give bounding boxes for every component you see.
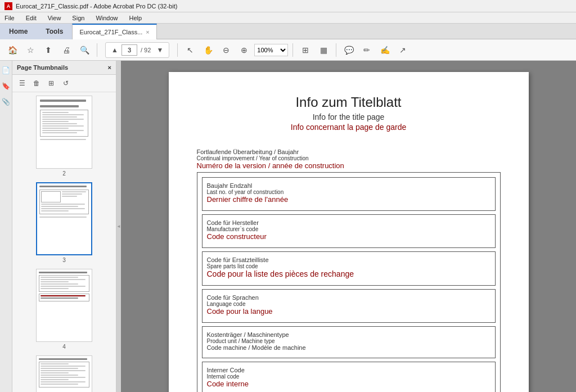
menu-sign[interactable]: Sign xyxy=(70,13,87,22)
section-de-text: Kostenträger / Maschinentype xyxy=(207,331,490,338)
hand-tool-btn[interactable]: ✋ xyxy=(200,42,216,58)
window-title: Eurocat_271F_Classic.pdf - Adobe Acrobat… xyxy=(16,3,177,10)
toolbar-bookmark-btn[interactable]: ☆ xyxy=(22,42,38,58)
menu-edit[interactable]: Edit xyxy=(24,13,39,22)
pdf-section-3: Code für Hersteller Manufacturer`s code … xyxy=(202,214,496,248)
pdf-section-5: Code für Sprachen Language code Code pou… xyxy=(202,289,496,323)
prev-page-btn[interactable]: ▲ xyxy=(109,44,120,56)
section-en-text: Spare parts list code xyxy=(207,263,490,269)
sidebar-title: Page Thumbnails xyxy=(17,64,68,71)
sidebar-close-btn[interactable]: × xyxy=(108,64,111,71)
thumbnail-item[interactable]: 3 xyxy=(15,182,114,263)
pdf-section-4: Code für Ersatzteilliste Spare parts lis… xyxy=(202,251,496,286)
menu-file[interactable]: File xyxy=(2,13,17,22)
toolbar-search-btn[interactable]: 🔍 xyxy=(76,42,92,58)
section-en-text: Internal code xyxy=(207,373,490,380)
resize-handle[interactable] xyxy=(116,61,121,392)
pdf-title-section: Info zum Titelblatt Info for the title p… xyxy=(197,94,501,132)
next-page-btn[interactable]: ▼ xyxy=(154,44,165,56)
toolbar-cloud-btn[interactable]: ⬆ xyxy=(40,42,56,58)
comment-btn[interactable]: 💬 xyxy=(341,42,357,58)
menu-bar: File Edit View Sign Window Help xyxy=(0,12,576,24)
section-fr-text: Numéro de la version / année de construc… xyxy=(197,161,501,170)
page-navigation: ▲ / 92 ▼ xyxy=(105,42,169,58)
main-area: 📄 🔖 📎 Page Thumbnails × ☰ 🗑 ⊞ ↺ xyxy=(0,61,576,392)
thumbnail-image-selected xyxy=(36,182,92,255)
section-de-text: Code für Ersatzteilliste xyxy=(207,256,490,263)
tab-document-label: Eurocat_271F_Class... xyxy=(79,29,142,35)
toolbar-separator-3 xyxy=(292,43,293,57)
section-en-text: Language code xyxy=(207,301,490,307)
title-bar: A Eurocat_271F_Classic.pdf - Adobe Acrob… xyxy=(0,0,576,12)
zoom-out-btn[interactable]: ⊖ xyxy=(218,42,234,58)
toolbar-home-btn[interactable]: 🏠 xyxy=(4,42,20,58)
tab-bar: Home Tools Eurocat_271F_Class... × xyxy=(0,24,576,39)
thumbnails-container[interactable]: 2 xyxy=(12,92,116,392)
section-de-text: Fortlaufende Überarbeitung / Baujahr xyxy=(197,148,501,155)
left-panel-icons: 📄 🔖 📎 xyxy=(0,61,12,392)
tab-tools[interactable]: Tools xyxy=(37,24,72,39)
section-fr-text: Dernier chiffre de l'année xyxy=(207,195,490,204)
panel-attachments-icon[interactable]: 📎 xyxy=(1,97,11,107)
fit-page-btn[interactable]: ⊞ xyxy=(298,42,313,58)
section-de-text: Code für Hersteller xyxy=(207,219,490,226)
section-de-text: Interner Code xyxy=(207,367,490,373)
menu-window[interactable]: Window xyxy=(93,13,120,22)
pdf-section-7: Interner Code Internal code Code interne xyxy=(202,362,496,392)
pen-btn[interactable]: ✏ xyxy=(359,42,375,58)
app-icon: A xyxy=(4,2,12,10)
section-en-text: Continual improvement / Year of construc… xyxy=(197,155,501,161)
zoom-select[interactable]: 100% 75% 125% 150% xyxy=(254,44,288,56)
section-fr-text: Code interne xyxy=(207,380,490,388)
pdf-area[interactable]: Info zum Titelblatt Info for the title p… xyxy=(121,61,576,392)
section-en-text: Product unit / Machine type xyxy=(207,338,490,344)
section-en-text: Last no. of year of construction xyxy=(207,189,490,195)
thumbnail-image xyxy=(36,269,92,342)
sidebar-delete-btn[interactable]: 🗑 xyxy=(30,77,43,89)
menu-view[interactable]: View xyxy=(46,13,64,22)
signature-btn[interactable]: ✍ xyxy=(377,42,393,58)
pdf-subtitle-fr: Info concernant la page de garde xyxy=(197,123,501,132)
thumbnail-number: 3 xyxy=(62,257,66,263)
thumbnail-item[interactable]: 5 xyxy=(15,355,114,392)
toolbar-separator-2 xyxy=(177,43,178,57)
page-total-label: / 92 xyxy=(141,47,151,53)
marquee-btn[interactable]: ▦ xyxy=(316,42,331,58)
section-fr-text: Code constructeur xyxy=(207,232,490,241)
pdf-section-1: Fortlaufende Überarbeitung / Baujahr Con… xyxy=(197,148,501,170)
menu-help[interactable]: Help xyxy=(127,13,145,22)
thumbnail-number: 2 xyxy=(62,170,66,177)
tab-home[interactable]: Home xyxy=(0,24,37,39)
sidebar-toolbar: ☰ 🗑 ⊞ ↺ xyxy=(12,75,116,92)
section-fr-text: Code pour la liste des pièces de rechang… xyxy=(207,269,490,278)
sidebar-rotate-btn[interactable]: ↺ xyxy=(60,77,72,89)
thumbnail-item[interactable]: 4 xyxy=(15,269,114,350)
pdf-page: Info zum Titelblatt Info for the title p… xyxy=(169,72,529,392)
tab-close-button[interactable]: × xyxy=(146,29,149,35)
thumbnail-number: 4 xyxy=(62,344,66,350)
section-de-text: Baujahr Endzahl xyxy=(207,182,490,189)
select-tool-btn[interactable]: ↖ xyxy=(182,42,198,58)
sidebar: Page Thumbnails × ☰ 🗑 ⊞ ↺ xyxy=(12,61,116,392)
zoom-in-btn[interactable]: ⊕ xyxy=(236,42,252,58)
pdf-section-6: Kostenträger / Maschinentype Product uni… xyxy=(202,326,496,358)
panel-bookmarks-icon[interactable]: 🔖 xyxy=(1,81,11,91)
section-de-text: Code für Sprachen xyxy=(207,294,490,301)
share-btn[interactable]: ↗ xyxy=(395,42,411,58)
thumbnail-item[interactable]: 2 xyxy=(15,96,114,177)
thumbnail-image xyxy=(36,96,92,169)
page-number-input[interactable] xyxy=(122,44,137,56)
toolbar: 🏠 ☆ ⬆ 🖨 🔍 ▲ / 92 ▼ ↖ ✋ ⊖ ⊕ 100% 75% 125%… xyxy=(0,39,576,61)
outer-border-section: Baujahr Endzahl Last no. of year of cons… xyxy=(197,172,501,392)
sidebar-extract-btn[interactable]: ⊞ xyxy=(45,77,57,89)
pdf-section-2: Baujahr Endzahl Last no. of year of cons… xyxy=(202,177,496,211)
pdf-subtitle-en: Info for the title page xyxy=(197,112,501,121)
tab-document[interactable]: Eurocat_271F_Class... × xyxy=(72,24,156,39)
sidebar-header: Page Thumbnails × xyxy=(12,61,116,75)
section-fr-text: Code pour la langue xyxy=(207,307,490,316)
panel-pages-icon[interactable]: 📄 xyxy=(1,65,11,75)
section-fr-text: Code machine / Modèle de machine xyxy=(207,344,490,351)
sidebar-view-btn[interactable]: ☰ xyxy=(16,77,28,89)
thumbnail-image xyxy=(36,355,92,392)
toolbar-print-btn[interactable]: 🖨 xyxy=(58,42,74,58)
